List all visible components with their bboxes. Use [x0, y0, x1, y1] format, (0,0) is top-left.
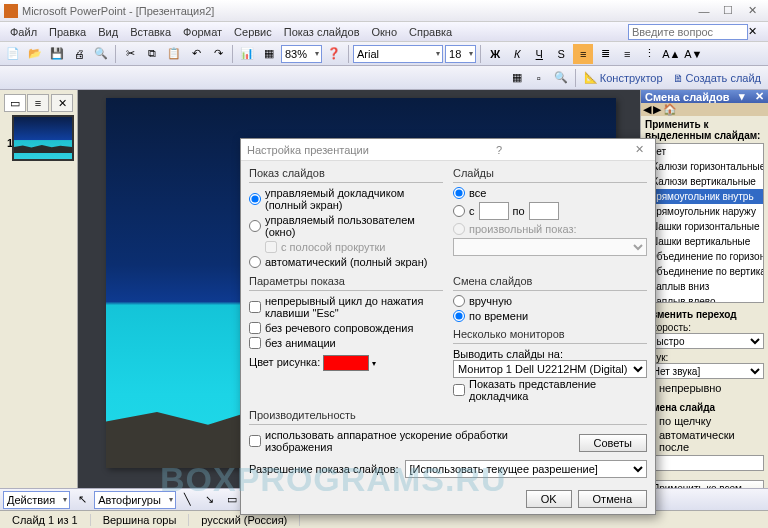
slides-all[interactable]	[453, 187, 465, 199]
nav-home-icon[interactable]: 🏠	[663, 103, 677, 116]
increase-font-icon[interactable]: A▲	[661, 44, 681, 64]
ask-question-box[interactable]	[628, 24, 748, 40]
transition-item[interactable]: Объединение по вертикали	[646, 264, 763, 279]
transition-item[interactable]: Шашки вертикальные	[646, 234, 763, 249]
print-icon[interactable]: 🖨	[69, 44, 89, 64]
chart-icon[interactable]: 📊	[237, 44, 257, 64]
no-narration-check[interactable]	[249, 322, 261, 334]
nav-fwd-icon[interactable]: ▶	[653, 103, 661, 116]
zoom-select[interactable]: 83%	[281, 45, 322, 63]
cut-icon[interactable]: ✂	[120, 44, 140, 64]
no-animation-check[interactable]	[249, 337, 261, 349]
maximize-button[interactable]: ☐	[716, 2, 740, 20]
transition-list[interactable]: НетЖалюзи горизонтальныеЖалюзи вертикаль…	[645, 143, 764, 303]
to-input[interactable]	[529, 202, 559, 220]
newslide-link[interactable]: 🗎 Создать слайд	[669, 72, 765, 84]
fontsize-select[interactable]: 18	[445, 45, 476, 63]
advance-label: Смена слайда	[645, 402, 764, 413]
menu-help[interactable]: Справка	[403, 24, 458, 40]
designer-link[interactable]: 📐 Конструктор	[580, 71, 667, 84]
menu-window[interactable]: Окно	[366, 24, 404, 40]
align-right-icon[interactable]: ≡	[617, 44, 637, 64]
transition-item[interactable]: Жалюзи вертикальные	[646, 174, 763, 189]
pen-color-swatch[interactable]	[323, 355, 369, 371]
monitor-select[interactable]: Монитор 1 Dell U2212HM (Digital)	[453, 360, 647, 378]
show-type-browsed[interactable]	[249, 220, 261, 232]
slides-range[interactable]	[453, 205, 465, 217]
ok-button[interactable]: OK	[526, 490, 572, 508]
zoom2-icon[interactable]: 🔍	[551, 68, 571, 88]
transition-item[interactable]: Жалюзи горизонтальные	[646, 159, 763, 174]
close-button[interactable]: ✕	[740, 2, 764, 20]
arrow-icon[interactable]: ↘	[200, 490, 220, 510]
help-icon[interactable]: ❓	[324, 44, 344, 64]
thumbnail-pane: ▭ ≡ ✕ 1	[0, 90, 78, 510]
align-center-icon[interactable]: ≣	[595, 44, 615, 64]
design-toolbar: ▦ ▫ 🔍 📐 Конструктор 🗎 Создать слайд	[0, 66, 768, 90]
transition-item[interactable]: Нет	[646, 144, 763, 159]
open-icon[interactable]: 📂	[25, 44, 45, 64]
menu-file[interactable]: Файл	[4, 24, 43, 40]
transition-item[interactable]: Наплыв влево	[646, 294, 763, 303]
auto-time-input[interactable]	[645, 455, 764, 471]
resolution-select[interactable]: [Использовать текущее разрешение]	[405, 460, 647, 478]
menu-view[interactable]: Вид	[92, 24, 124, 40]
menu-edit[interactable]: Правка	[43, 24, 92, 40]
pane-close[interactable]: ✕	[51, 94, 73, 112]
redo-icon[interactable]: ↷	[208, 44, 228, 64]
minimize-button[interactable]: —	[692, 2, 716, 20]
speed-select[interactable]: Быстро	[645, 333, 764, 349]
scrollbar-check	[265, 241, 277, 253]
decrease-font-icon[interactable]: A▼	[683, 44, 703, 64]
table-icon[interactable]: ▦	[259, 44, 279, 64]
transition-item[interactable]: Наплыв вниз	[646, 279, 763, 294]
transition-item[interactable]: Объединение по горизонтали	[646, 249, 763, 264]
slide-thumbnail[interactable]	[12, 115, 74, 161]
presenter-view-check[interactable]	[453, 384, 465, 396]
advance-manual[interactable]	[453, 295, 465, 307]
underline-icon[interactable]: Ч	[529, 44, 549, 64]
doc-close-button[interactable]: ✕	[748, 25, 764, 38]
tips-button[interactable]: Советы	[579, 434, 647, 452]
outline-tab[interactable]: ≡	[27, 94, 49, 112]
sound-select[interactable]: [Нет звука]	[645, 363, 764, 379]
cancel-button[interactable]: Отмена	[578, 490, 647, 508]
dialog-help-icon[interactable]: ?	[496, 144, 502, 156]
nav-back-icon[interactable]: ◀	[643, 103, 651, 116]
bold-icon[interactable]: Ж	[485, 44, 505, 64]
menu-slideshow[interactable]: Показ слайдов	[278, 24, 366, 40]
autoshapes-menu[interactable]: Автофигуры	[94, 491, 176, 509]
show-type-presenter[interactable]	[249, 193, 261, 205]
transition-item[interactable]: Прямоугольник наружу	[646, 204, 763, 219]
from-input[interactable]	[479, 202, 509, 220]
slides-tab[interactable]: ▭	[4, 94, 26, 112]
color-icon[interactable]: ▫	[529, 68, 549, 88]
undo-icon[interactable]: ↶	[186, 44, 206, 64]
new-icon[interactable]: 📄	[3, 44, 23, 64]
align-left-icon[interactable]: ≡	[573, 44, 593, 64]
loop-esc-check[interactable]	[249, 301, 261, 313]
shadow-icon[interactable]: S	[551, 44, 571, 64]
menu-insert[interactable]: Вставка	[124, 24, 177, 40]
transition-item[interactable]: Прямоугольник внутрь	[646, 189, 763, 204]
hw-accel-check[interactable]	[249, 435, 261, 447]
copy-icon[interactable]: ⧉	[142, 44, 162, 64]
advance-timings[interactable]	[453, 310, 465, 322]
show-type-kiosk[interactable]	[249, 256, 261, 268]
menu-tools[interactable]: Сервис	[228, 24, 278, 40]
preview-icon[interactable]: 🔍	[91, 44, 111, 64]
transition-item[interactable]: Шашки горизонтальные	[646, 219, 763, 234]
save-icon[interactable]: 💾	[47, 44, 67, 64]
rect-icon[interactable]: ▭	[222, 490, 242, 510]
actions-menu[interactable]: Действия	[3, 491, 70, 509]
dialog-close-icon[interactable]: ✕	[629, 143, 649, 156]
menu-format[interactable]: Формат	[177, 24, 228, 40]
italic-icon[interactable]: К	[507, 44, 527, 64]
taskpane-close[interactable]: ✕	[755, 90, 764, 103]
pointer-icon[interactable]: ↖	[72, 490, 92, 510]
line-icon[interactable]: ╲	[178, 490, 198, 510]
grid-icon[interactable]: ▦	[507, 68, 527, 88]
paste-icon[interactable]: 📋	[164, 44, 184, 64]
bullets-icon[interactable]: ⋮	[639, 44, 659, 64]
font-select[interactable]: Arial	[353, 45, 443, 63]
